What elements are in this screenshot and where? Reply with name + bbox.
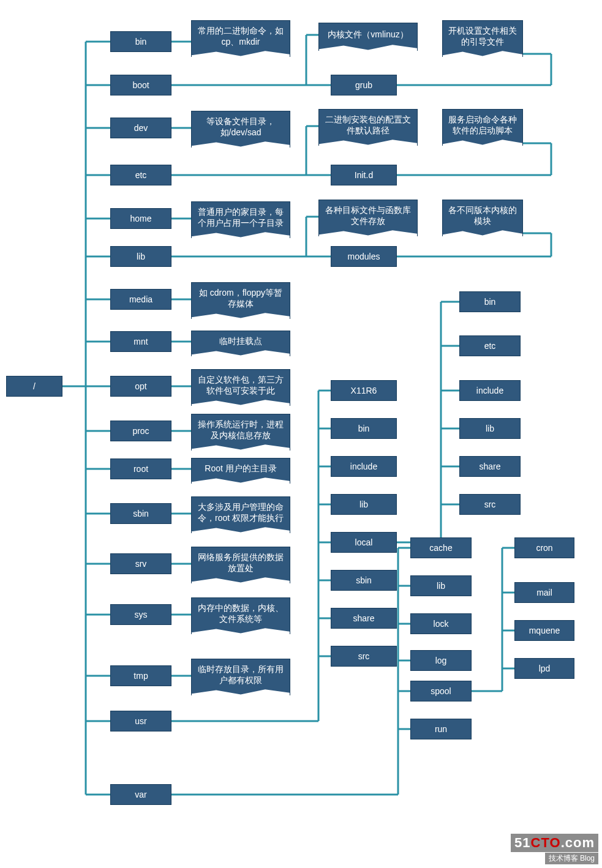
node-usr-bin: bin	[331, 418, 397, 439]
note-opt: 自定义软件包，第三方软件包可安装于此	[191, 369, 290, 406]
node-tmp: tmp	[110, 665, 171, 686]
node-local-include: include	[459, 380, 521, 401]
node-var-log: log	[410, 650, 472, 671]
note-boot-grub: 开机设置文件相关的引导文件	[442, 20, 523, 57]
node-var-spool: spool	[410, 681, 472, 702]
node-usr-include: include	[331, 456, 397, 477]
watermark-site: 51CTO.com	[511, 834, 598, 852]
node-boot: boot	[110, 75, 171, 95]
node-usr-src: src	[331, 646, 397, 667]
node-spool-mquene: mquene	[514, 620, 574, 641]
note-sys: 内存中的数据，内核、文件系统等	[191, 597, 290, 634]
node-srv: srv	[110, 553, 171, 574]
node-opt: opt	[110, 376, 171, 397]
node-spool-mail: mail	[514, 582, 574, 603]
node-bin: bin	[110, 31, 171, 52]
node-home: home	[110, 208, 171, 229]
node-etc: etc	[110, 165, 171, 185]
node-var-run: run	[410, 719, 472, 739]
node-mnt: mnt	[110, 331, 171, 352]
note-home: 普通用户的家目录，每个用户占用一个子目录	[191, 201, 290, 238]
node-local-lib: lib	[459, 418, 521, 439]
node-usr-x11r6: X11R6	[331, 380, 397, 401]
node-sys: sys	[110, 604, 171, 625]
node-etc-initd: Init.d	[331, 165, 397, 185]
node-local-src: src	[459, 494, 521, 515]
note-lib-modules: 各种目标文件与函数库文件存放	[318, 200, 418, 236]
watermark-tag: 技术博客 Blog	[545, 853, 598, 864]
note-proc: 操作系统运行时，进程及内核信息存放	[191, 414, 290, 451]
node-var-lib: lib	[410, 575, 472, 596]
note-bin: 常用的二进制命令，如 cp、mkdir	[191, 20, 290, 57]
watermark: 51CTO.com 技术博客 Blog	[511, 834, 598, 864]
note-dev: 等设备文件目录，如/dev/sad	[191, 111, 290, 148]
node-var-cache: cache	[410, 537, 472, 558]
node-usr-lib: lib	[331, 494, 397, 515]
node-local-etc: etc	[459, 335, 521, 356]
node-root: root	[110, 458, 171, 479]
note-etc-initd2: 服务启动命令各种软件的启动脚本	[442, 109, 523, 146]
node-root: /	[6, 376, 62, 397]
node-boot-grub: grub	[331, 75, 397, 95]
note-root: Root 用户的主目录	[191, 458, 290, 484]
node-usr-share: share	[331, 608, 397, 629]
node-spool-lpd: lpd	[514, 658, 574, 679]
note-mnt: 临时挂载点	[191, 331, 290, 356]
note-srv: 网络服务所提供的数据放置处	[191, 547, 290, 583]
note-media: 如 cdrom，floppy等暂存媒体	[191, 282, 290, 319]
node-usr-sbin: sbin	[331, 570, 397, 591]
note-tmp: 临时存放目录，所有用户都有权限	[191, 659, 290, 695]
node-lib-modules: modules	[331, 246, 397, 267]
note-etc-initd: 二进制安装包的配置文件默认路径	[318, 109, 418, 146]
node-proc: proc	[110, 421, 171, 441]
node-lib: lib	[110, 246, 171, 267]
node-sbin: sbin	[110, 503, 171, 524]
node-var-lock: lock	[410, 613, 472, 634]
node-dev: dev	[110, 118, 171, 138]
note-boot-kernel: 内核文件（vmlinuz）	[318, 23, 418, 51]
node-spool-cron: cron	[514, 537, 574, 558]
node-var: var	[110, 784, 171, 805]
node-usr-local: local	[331, 532, 397, 553]
node-local-share: share	[459, 456, 521, 477]
node-local-bin: bin	[459, 291, 521, 312]
node-media: media	[110, 289, 171, 310]
note-lib-modules2: 各不同版本内核的模块	[442, 200, 523, 236]
node-usr: usr	[110, 711, 171, 731]
note-sbin: 大多涉及用户管理的命令，root 权限才能执行	[191, 496, 290, 533]
